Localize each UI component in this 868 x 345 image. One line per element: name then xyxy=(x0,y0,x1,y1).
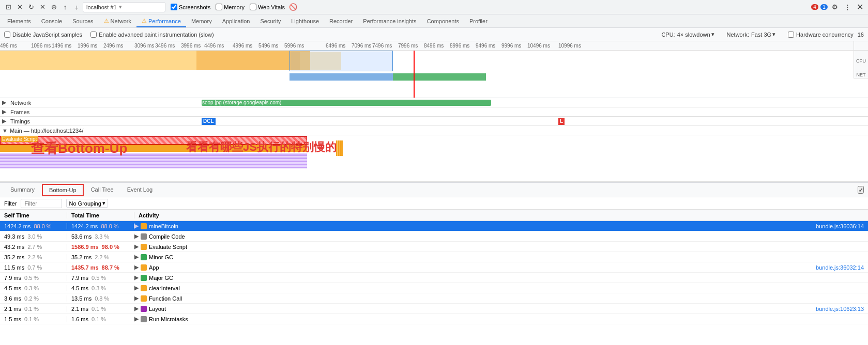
cpu-select[interactable]: CPU: 4× slowdown ▾ xyxy=(661,31,714,38)
cpu-dropdown[interactable]: 4× slowdown ▾ xyxy=(677,31,714,38)
expand-icon-0[interactable]: ▶ xyxy=(134,223,139,229)
table-row[interactable]: 4.5 ms 0.3 % 4.5 ms 0.3 % ▶ clearInterva… xyxy=(0,283,868,293)
main-thread-header: ▼ Main — http://localhost:1234/ xyxy=(0,126,868,135)
cell-activity-8: ▶ Layout bundle.js:10623:13 xyxy=(134,305,868,312)
table-row[interactable]: 1424.2 ms 88.0 % 1424.2 ms 88.0 % ▶ mine… xyxy=(0,221,868,231)
cell-total-time-9: 1.6 ms 0.1 % xyxy=(67,316,134,322)
stop-icon[interactable]: ✕ xyxy=(37,2,48,12)
table-row[interactable]: 49.3 ms 3.0 % 53.6 ms 3.3 % ▶ Compile Co… xyxy=(0,231,868,242)
activity-icon-8 xyxy=(141,306,147,312)
close-devtools-icon[interactable]: ✕ xyxy=(14,2,25,12)
tab-bottom-up[interactable]: Bottom-Up xyxy=(42,184,84,196)
settings-icon[interactable]: ⚙ xyxy=(830,2,840,12)
table-row[interactable]: 2.1 ms 0.1 % 2.1 ms 0.1 % ▶ Layout bundl… xyxy=(0,304,868,314)
link-0[interactable]: bundle.js:36036:14 xyxy=(816,223,864,229)
refresh-icon[interactable]: ↻ xyxy=(26,2,36,12)
more-icon[interactable]: ⋮ xyxy=(842,2,852,12)
memory-toggle[interactable]: Memory xyxy=(216,4,245,10)
tab-security[interactable]: Security xyxy=(255,16,286,27)
net-bar-blue xyxy=(290,73,393,81)
expand-icon-1[interactable]: ▶ xyxy=(134,233,139,240)
expand-icon-8[interactable]: ▶ xyxy=(134,305,139,312)
expand-icon-9[interactable]: ▶ xyxy=(134,316,139,322)
cell-self-time-4: 11.5 ms 0.7 % xyxy=(0,264,67,271)
expand-icon-2[interactable]: ▶ xyxy=(134,243,139,250)
evaluate-bar xyxy=(0,145,307,152)
cell-total-time-4: 1435.7 ms 88.7 % xyxy=(67,264,134,271)
cpu-bar-selected xyxy=(0,51,196,70)
controls-bar: Disable JavaScript samples Enable advanc… xyxy=(0,28,868,41)
tab-network[interactable]: ⚠Network xyxy=(99,15,136,27)
tab-application[interactable]: Application xyxy=(217,16,255,27)
tab-sources[interactable]: Sources xyxy=(67,16,98,27)
expand-icon-6[interactable]: ▶ xyxy=(134,285,139,291)
cell-activity-5: ▶ Major GC xyxy=(134,274,868,281)
tab-console[interactable]: Console xyxy=(36,16,67,27)
activity-icon-9 xyxy=(141,316,147,322)
error-badge: 4 xyxy=(811,4,818,10)
task-area: Task Evaluate Script 查看Bottom-Up 看看有哪些JS… xyxy=(0,135,868,182)
tab-call-tree[interactable]: Call Tree xyxy=(85,184,120,196)
cell-total-time-1: 53.6 ms 3.3 % xyxy=(67,233,134,240)
tab-event-log[interactable]: Event Log xyxy=(121,184,159,196)
import-icon[interactable]: ↑ xyxy=(60,2,70,12)
cell-self-time-8: 2.1 ms 0.1 % xyxy=(0,306,67,312)
table-row[interactable]: 35.2 ms 2.2 % 35.2 ms 2.2 % ▶ Minor GC xyxy=(0,252,868,262)
table-row[interactable]: 1.5 ms 0.1 % 1.6 ms 0.1 % ▶ Run Microtas… xyxy=(0,314,868,324)
network-select[interactable]: Network: Fast 3G ▾ xyxy=(727,31,776,38)
red-line xyxy=(414,51,415,98)
section-network[interactable]: ▶ Network soop.jpg (storage.googleapis.c… xyxy=(0,98,868,107)
table-row[interactable]: 11.5 ms 0.7 % 1435.7 ms 88.7 % ▶ App bun… xyxy=(0,262,868,273)
network-dropdown[interactable]: Fast 3G ▾ xyxy=(751,31,775,38)
tab-lighthouse[interactable]: Lighthouse xyxy=(286,16,324,27)
expand-panel-icon[interactable]: ⤢ xyxy=(858,186,864,194)
tabs-bar: Elements Console Sources ⚠Network ⚠Perfo… xyxy=(0,14,868,28)
table-row[interactable]: 3.6 ms 0.2 % 13.5 ms 0.8 % ▶ Function Ca… xyxy=(0,293,868,304)
table-row[interactable]: 43.2 ms 2.7 % 1586.9 ms 98.0 % ▶ Evaluat… xyxy=(0,242,868,252)
tab-performance-insights[interactable]: Performance insights xyxy=(358,16,421,27)
section-frames[interactable]: ▶ Frames xyxy=(0,107,868,117)
col-header-self-time: Self Time xyxy=(0,212,67,218)
disable-js-samples-checkbox[interactable]: Disable JavaScript samples xyxy=(4,32,82,38)
top-toolbar: ⊡ ✕ ↻ ✕ ⊕ ↑ ↓ localhost #1 ▾ Screenshots… xyxy=(0,0,868,14)
expand-icon-7[interactable]: ▶ xyxy=(134,295,139,302)
cell-self-time-6: 4.5 ms 0.3 % xyxy=(0,285,67,291)
filter-input[interactable] xyxy=(21,199,62,208)
hw-area: Hardware concurrency 16 xyxy=(788,31,864,38)
activity-icon-5 xyxy=(141,275,147,281)
soop-label: soop.jpg (storage.googleapis.com) xyxy=(202,100,281,105)
grouping-select[interactable]: No Grouping ▾ xyxy=(66,199,108,208)
l-badge: L xyxy=(558,118,565,125)
expand-icon-3[interactable]: ▶ xyxy=(134,254,139,260)
webvitals-toggle[interactable]: Web Vitals xyxy=(250,4,285,10)
activity-icon-0 xyxy=(141,223,147,229)
link-8[interactable]: bundle.js:10623:13 xyxy=(816,306,864,312)
table-row[interactable]: 7.9 ms 0.5 % 7.9 ms 0.5 % ▶ Major GC xyxy=(0,273,868,283)
cell-activity-7: ▶ Function Call xyxy=(134,295,868,302)
table-header: Self Time Total Time Activity xyxy=(0,210,868,221)
tab-components[interactable]: Components xyxy=(422,16,464,27)
cell-self-time-0: 1424.2 ms 88.0 % xyxy=(0,223,67,229)
screenshots-toggle[interactable]: Screenshots xyxy=(171,4,210,10)
tab-profiler[interactable]: Profiler xyxy=(464,16,493,27)
link-4[interactable]: bundle.js:36032:14 xyxy=(816,264,864,271)
enable-paint-checkbox[interactable]: Enable advanced paint instrumentation (s… xyxy=(90,32,214,38)
clear-icon[interactable]: 🚫 xyxy=(288,2,298,12)
tab-recorder[interactable]: Recorder xyxy=(324,16,358,27)
tab-summary[interactable]: Summary xyxy=(4,184,41,196)
tab-performance[interactable]: ⚠Performance xyxy=(136,15,186,27)
cell-activity-0: ▶ mineBitcoin bundle.js:36036:14 xyxy=(134,223,868,229)
tab-memory[interactable]: Memory xyxy=(186,16,217,27)
dock-icon[interactable]: ⊡ xyxy=(3,2,13,12)
side-labels: CPU NET xyxy=(854,51,868,79)
expand-icon-4[interactable]: ▶ xyxy=(134,264,139,271)
undock-icon[interactable]: ✕ xyxy=(855,2,865,12)
section-timings[interactable]: ▶ Timings DCL L xyxy=(0,117,868,126)
hw-concurrency-checkbox[interactable] xyxy=(788,32,794,38)
expand-icon-5[interactable]: ▶ xyxy=(134,274,139,281)
cell-total-time-5: 7.9 ms 0.5 % xyxy=(67,275,134,281)
export-icon[interactable]: ↓ xyxy=(71,2,82,12)
inspect-icon[interactable]: ⊕ xyxy=(49,2,59,12)
dcl-badge: DCL xyxy=(202,118,216,125)
tab-elements[interactable]: Elements xyxy=(2,16,36,27)
